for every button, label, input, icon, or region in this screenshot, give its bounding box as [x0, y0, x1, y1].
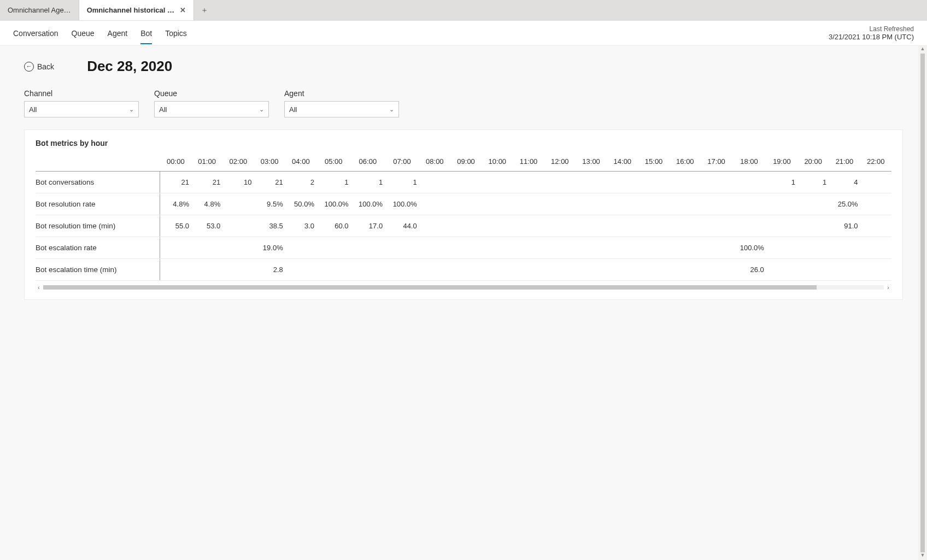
- tab-1[interactable]: Omnichannel historical an…✕: [79, 0, 194, 20]
- filter-select-queue[interactable]: All⌄: [154, 101, 269, 117]
- cell: [576, 237, 607, 259]
- cell: 19.0%: [254, 237, 285, 259]
- cell: [482, 172, 513, 193]
- hour-header: 19:00: [766, 157, 797, 172]
- back-arrow-icon: ←: [24, 62, 34, 72]
- cell: [544, 215, 576, 237]
- cell: [513, 237, 544, 259]
- scroll-track[interactable]: [43, 285, 884, 290]
- sub-nav: ConversationQueueAgentBotTopics Last Ref…: [0, 21, 927, 46]
- cell: 21: [254, 172, 285, 193]
- cell: [450, 237, 482, 259]
- cell: [766, 237, 797, 259]
- cell: [732, 215, 766, 237]
- cell: [732, 193, 766, 215]
- table-row: Bot escalation rate19.0%100.0%: [36, 237, 891, 259]
- filter-label: Channel: [24, 89, 139, 98]
- chevron-down-icon: ⌄: [389, 106, 394, 113]
- cell: [482, 259, 513, 281]
- cell: [482, 237, 513, 259]
- back-button[interactable]: ← Back: [24, 62, 54, 72]
- cell: [513, 172, 544, 193]
- cell: [160, 237, 191, 259]
- refresh-time: 3/21/2021 10:18 PM (UTC): [829, 33, 914, 41]
- filter-select-agent[interactable]: All⌄: [284, 101, 399, 117]
- cell: 4.8%: [160, 193, 191, 215]
- cell: 21: [160, 172, 191, 193]
- cell: [701, 259, 732, 281]
- cell: [419, 237, 450, 259]
- cell: [316, 237, 351, 259]
- cell: [450, 259, 482, 281]
- hour-header: 16:00: [670, 157, 701, 172]
- cell: 50.0%: [285, 193, 316, 215]
- nav-link-topics[interactable]: Topics: [165, 22, 187, 44]
- chevron-down-icon: ⌄: [259, 106, 264, 113]
- add-tab-button[interactable]: ＋: [194, 0, 215, 20]
- scroll-up-icon[interactable]: ▲: [918, 46, 927, 54]
- chevron-down-icon: ⌄: [129, 106, 134, 113]
- horizontal-scrollbar[interactable]: ‹ ›: [36, 284, 891, 291]
- cell: [513, 193, 544, 215]
- cell: 17.0: [351, 215, 385, 237]
- hour-header: 06:00: [351, 157, 385, 172]
- hour-header: 18:00: [732, 157, 766, 172]
- row-label: Bot resolution time (min): [36, 215, 160, 237]
- cell: 1: [766, 172, 797, 193]
- cell: [766, 215, 797, 237]
- hour-header: 04:00: [285, 157, 316, 172]
- scroll-thumb[interactable]: [43, 285, 817, 290]
- cell: 100.0%: [316, 193, 351, 215]
- tab-0[interactable]: Omnichannel Age…: [0, 0, 79, 20]
- page-title: Dec 28, 2020: [87, 58, 172, 75]
- cell: [482, 215, 513, 237]
- cell: [450, 215, 482, 237]
- cell: [285, 259, 316, 281]
- cell: [670, 172, 701, 193]
- vertical-scrollbar[interactable]: ▲ ▼: [918, 46, 927, 560]
- cell: [638, 259, 669, 281]
- cell: [222, 259, 254, 281]
- cell: 2.8: [254, 259, 285, 281]
- cell: [222, 193, 254, 215]
- scroll-down-icon[interactable]: ▼: [918, 552, 927, 560]
- nav-link-queue[interactable]: Queue: [72, 22, 95, 44]
- nav-link-bot[interactable]: Bot: [140, 22, 152, 44]
- filter-value: All: [289, 105, 297, 114]
- hour-header: 22:00: [860, 157, 891, 172]
- cell: 60.0: [316, 215, 351, 237]
- cell: [638, 215, 669, 237]
- hour-header: 15:00: [638, 157, 669, 172]
- filter-label: Queue: [154, 89, 269, 98]
- scroll-left-icon[interactable]: ‹: [36, 285, 42, 291]
- hour-header: 14:00: [607, 157, 638, 172]
- metrics-matrix: 00:0001:0002:0003:0004:0005:0006:0007:00…: [36, 157, 891, 281]
- cell: 100.0%: [351, 193, 385, 215]
- cell: [607, 259, 638, 281]
- cell: [797, 193, 829, 215]
- cell: [638, 172, 669, 193]
- cell: 26.0: [732, 259, 766, 281]
- scroll-right-icon[interactable]: ›: [885, 285, 891, 291]
- cell: [160, 259, 191, 281]
- cell: 25.0%: [829, 193, 860, 215]
- cell: [607, 172, 638, 193]
- nav-link-conversation[interactable]: Conversation: [13, 22, 58, 44]
- hour-header: 05:00: [316, 157, 351, 172]
- plus-icon: ＋: [201, 5, 208, 15]
- table-row: Bot resolution time (min)55.053.038.53.0…: [36, 215, 891, 237]
- cell: 100.0%: [732, 237, 766, 259]
- cell: 53.0: [191, 215, 222, 237]
- cell: [482, 193, 513, 215]
- table-row: Bot conversations212110212111114: [36, 172, 891, 193]
- refresh-label: Last Refreshed: [829, 25, 914, 33]
- nav-link-agent[interactable]: Agent: [108, 22, 128, 44]
- filter-value: All: [29, 105, 37, 114]
- filter-select-channel[interactable]: All⌄: [24, 101, 139, 117]
- cell: [544, 259, 576, 281]
- cell: 3.0: [285, 215, 316, 237]
- cell: [191, 237, 222, 259]
- close-icon[interactable]: ✕: [180, 6, 186, 14]
- cell: [701, 237, 732, 259]
- cell: 1: [385, 172, 419, 193]
